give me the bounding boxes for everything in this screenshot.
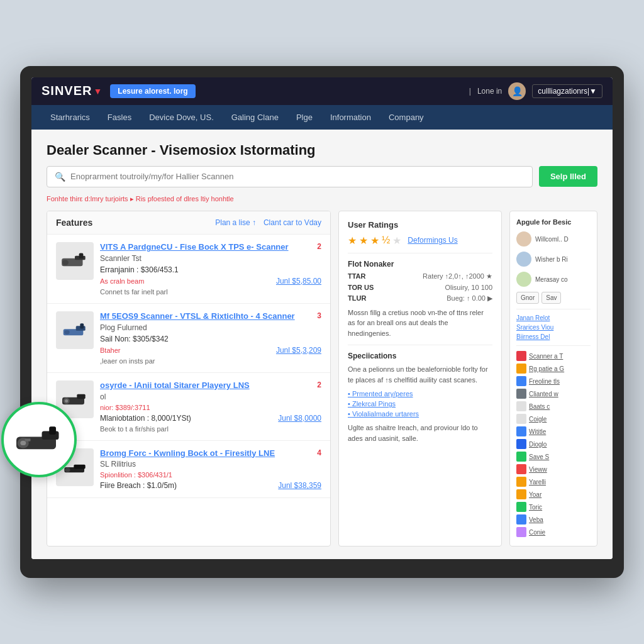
right-icon-item-8: Save S bbox=[516, 452, 591, 462]
price-link-2[interactable]: Junl $5,3,209 bbox=[276, 346, 321, 355]
right-icon-13 bbox=[516, 514, 526, 525]
right-icon-9 bbox=[516, 464, 526, 474]
product-item-1: VITS A PardgneCU - Fise Bock X TPS e- Sc… bbox=[47, 235, 330, 304]
product-item-4: Bromg Forc - Kwnling Bock ot - Firesitly… bbox=[47, 441, 330, 499]
right-icon-label-10[interactable]: Yarelli bbox=[529, 479, 546, 486]
content-grid: Features Plan a lise ↑ Clant car to Vday bbox=[47, 211, 597, 547]
page-title: Dealer Scanner - Visemosiox Istormating bbox=[47, 142, 597, 158]
price-link-1[interactable]: Junl $5,85.00 bbox=[276, 277, 321, 286]
right-link-janan[interactable]: Janan Relot bbox=[516, 314, 591, 321]
nav-item-device[interactable]: Device Dove, US. bbox=[140, 105, 223, 130]
filter-hint: Fonhte thirε d:lmry turjoirts ▸ Ris pfoe… bbox=[47, 195, 597, 203]
right-icon-14 bbox=[516, 527, 526, 537]
spec-item-2[interactable]: Zlekrcal Pings bbox=[348, 400, 492, 408]
url-bar[interactable]: Lesure alorest. lorg bbox=[110, 84, 195, 98]
search-input[interactable] bbox=[70, 172, 525, 181]
right-item-label-3: Merasay co bbox=[535, 275, 568, 284]
deform-link[interactable]: Deformings Us bbox=[408, 236, 457, 245]
product-title-2[interactable]: Mf 5EOS9 Scanner - VTSL & Rixticlhto - 4… bbox=[100, 311, 295, 322]
detail-panel: User Ratings ★ ★ ★ ½ ★ Deformings Us Flo… bbox=[338, 211, 502, 547]
product-title-1[interactable]: VITS A PardgneCU - Fise Bock X TPS e- Sc… bbox=[100, 242, 289, 253]
product-info-1: VITS A PardgneCU - Fise Bock X TPS e- Sc… bbox=[100, 242, 321, 296]
right-icon-label-1[interactable]: Rg patie a G bbox=[529, 365, 564, 372]
right-panel: Apgule for Besiс Willcoml.. D Wisher b R… bbox=[509, 211, 597, 547]
detail-val-1: Ratery ↑2,0↑, ↑2000 ★ bbox=[423, 272, 492, 280]
search-button[interactable]: Selp Illed bbox=[539, 166, 597, 187]
gnor-button[interactable]: Gnor bbox=[516, 292, 539, 304]
nav-item-fasles[interactable]: Fasles bbox=[99, 105, 140, 130]
product-item-2: Mf 5EOS9 Scanner - VTSL & Rixticlhto - 4… bbox=[47, 304, 330, 373]
spec-item-3[interactable]: Violalialmade urtarers bbox=[348, 410, 492, 418]
detail-row-3: TLUR Bueg: ↑ 0.00 ▶ bbox=[348, 294, 492, 303]
detail-val-2: Olisuiry, 10 100 bbox=[445, 284, 492, 291]
right-icon-label-12[interactable]: Toric bbox=[529, 504, 542, 511]
price-link-3[interactable]: Junl $8,0000 bbox=[278, 414, 321, 423]
product-desc-2: ,leaer on insts par bbox=[100, 357, 321, 365]
right-icon-label-5[interactable]: Coigle bbox=[529, 416, 547, 423]
nav-item-galing[interactable]: Galing Clane bbox=[223, 105, 287, 130]
product-title-4[interactable]: Bromg Forc - Kwnling Bock ot - Firesitly… bbox=[100, 448, 275, 459]
plan-link[interactable]: Plan a lise ↑ bbox=[215, 218, 256, 227]
product-info-3: osyrde - lAnii total Sitarer Playery LNS… bbox=[100, 380, 321, 433]
logo: SINVER ▼ bbox=[42, 84, 103, 98]
product-image-1 bbox=[56, 242, 94, 280]
right-icon-label-11[interactable]: Yoar bbox=[529, 491, 541, 498]
top-bar-right: | Lone in 👤 cullliagzationrs|▼ bbox=[469, 82, 602, 100]
sav-button[interactable]: Sav bbox=[541, 292, 561, 304]
right-icon-label-3[interactable]: Clianted w bbox=[529, 391, 558, 397]
right-icon-label-9[interactable]: Vieww bbox=[529, 466, 547, 473]
right-icon-label-7[interactable]: Dioglo bbox=[529, 441, 547, 448]
right-icon-3 bbox=[516, 389, 526, 399]
search-icon: 🔍 bbox=[55, 172, 65, 182]
right-item-label-2: Wisher b Ri bbox=[535, 255, 568, 264]
laptop-screen: SINVER ▼ Lesure alorest. lorg | Lone in … bbox=[31, 77, 613, 559]
right-icon-1 bbox=[516, 364, 526, 374]
svg-rect-20 bbox=[25, 438, 31, 441]
logo-text: SINVER bbox=[42, 84, 92, 98]
price-label-4: Spionlition : $306/431/1 bbox=[100, 471, 172, 479]
right-link-biirness[interactable]: Biirness Del bbox=[516, 333, 591, 340]
divider-1 bbox=[348, 253, 492, 253]
right-icon-label-13[interactable]: Veba bbox=[529, 516, 543, 523]
right-icon-item-9: Vieww bbox=[516, 464, 591, 474]
laptop-frame: SINVER ▼ Lesure alorest. lorg | Lone in … bbox=[20, 66, 624, 578]
top-bar: SINVER ▼ Lesure alorest. lorg | Lone in … bbox=[31, 77, 613, 105]
product-info-2: Mf 5EOS9 Scanner - VTSL & Rixticlhto - 4… bbox=[100, 311, 321, 365]
right-icon-10 bbox=[516, 477, 526, 487]
divider-2 bbox=[348, 345, 492, 345]
product-desc-3: Beok to t a fir/shis parl bbox=[100, 425, 321, 433]
product-title-3[interactable]: osyrde - lAnii total Sitarer Playery LNS bbox=[100, 380, 250, 391]
nav-item-company[interactable]: Company bbox=[380, 105, 433, 130]
price-link-4[interactable]: Junl $38,359 bbox=[278, 481, 321, 490]
right-icon-label-4[interactable]: Baats c bbox=[529, 403, 550, 410]
star-1: ★ bbox=[348, 235, 357, 247]
right-icon-label-2[interactable]: Freoline tls bbox=[529, 378, 560, 385]
specs-desc: One a pelionns un tbe bealefornioble for… bbox=[348, 364, 492, 385]
nav-item-starhrarics[interactable]: Starhrarics bbox=[42, 105, 99, 130]
right-icon-item-5: Coigle bbox=[516, 414, 591, 424]
clant-link[interactable]: Clant car to Vday bbox=[264, 218, 321, 227]
price-label-3: nior: $389/:3711 bbox=[100, 404, 150, 411]
login-text: Lone in bbox=[477, 87, 502, 96]
search-row: 🔍 Selp Illed bbox=[47, 166, 597, 187]
spec-item-1[interactable]: Prmented ary/peres bbox=[348, 390, 492, 397]
product-note-2: Btaher bbox=[100, 347, 120, 354]
right-icon-8 bbox=[516, 452, 526, 462]
right-icon-label-6[interactable]: Wititle bbox=[529, 428, 546, 435]
star-3: ★ bbox=[370, 235, 379, 247]
detail-row-2: TOR US Olisuiry, 10 100 bbox=[348, 284, 492, 291]
right-icon-label-8[interactable]: Save S bbox=[529, 453, 549, 460]
right-icon-label-14[interactable]: Conie bbox=[529, 529, 545, 536]
product-num-1: 2 bbox=[317, 242, 321, 251]
search-input-wrap[interactable]: 🔍 bbox=[47, 166, 533, 187]
user-menu[interactable]: cullliagzationrs|▼ bbox=[532, 84, 602, 98]
right-icon-2 bbox=[516, 376, 526, 386]
product-image-2 bbox=[56, 311, 94, 349]
right-icon-label-0[interactable]: Scanner a T bbox=[529, 353, 563, 360]
right-link-srarices[interactable]: Srarices Viou bbox=[516, 324, 591, 331]
listings-panel: Features Plan a lise ↑ Clant car to Vday bbox=[47, 211, 331, 547]
right-icon-item-4: Baats c bbox=[516, 401, 591, 411]
right-icon-12 bbox=[516, 502, 526, 512]
nav-item-plge[interactable]: Plge bbox=[287, 105, 321, 130]
nav-item-information[interactable]: Information bbox=[321, 105, 380, 130]
